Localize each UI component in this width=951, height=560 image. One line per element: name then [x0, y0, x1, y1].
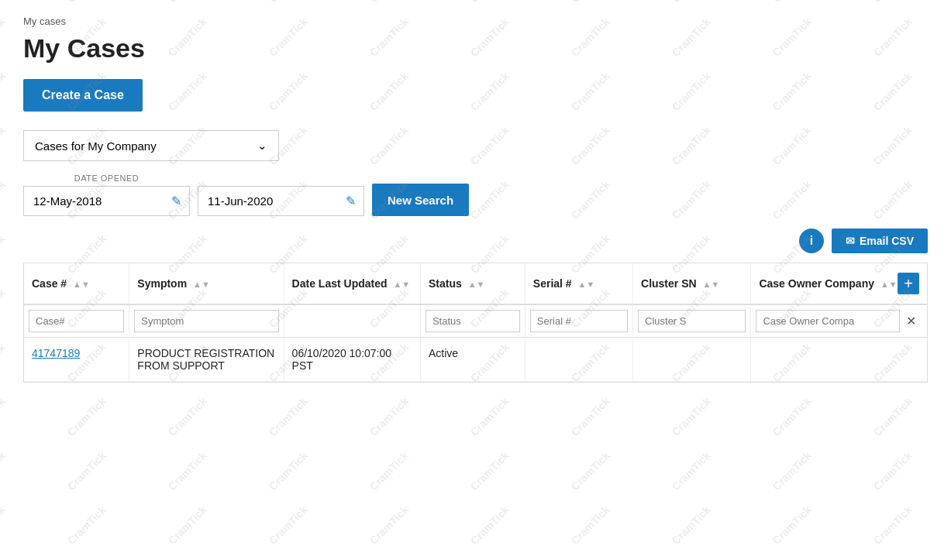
filter-cell-case-owner: ✕ — [751, 305, 927, 337]
cell-cluster-sn — [633, 338, 751, 382]
col-label-status: Status — [429, 277, 462, 290]
email-csv-button[interactable]: ✉ Email CSV — [832, 228, 928, 253]
cell-case-owner — [751, 338, 927, 382]
chevron-down-icon: ⌄ — [257, 139, 267, 153]
calendar-to-icon[interactable]: ✎ — [338, 187, 364, 215]
col-label-date-updated: Date Last Updated — [292, 277, 388, 290]
company-dropdown-value: Cases for My Company — [35, 139, 157, 153]
sort-icon-date-updated: ▲▼ — [393, 280, 410, 289]
filter-input-case-num[interactable] — [29, 310, 124, 332]
filter-cell-date-updated — [284, 304, 420, 338]
date-to-input[interactable] — [198, 187, 338, 215]
email-csv-label: Email CSV — [860, 235, 914, 247]
col-header-serial-num[interactable]: Serial # ▲▼ — [525, 263, 632, 304]
create-case-button[interactable]: Create a Case — [23, 79, 143, 112]
col-header-case-num[interactable]: Case # ▲▼ — [24, 263, 129, 304]
filter-input-status[interactable] — [426, 310, 520, 332]
add-column-button[interactable]: + — [898, 273, 919, 294]
case-num-link[interactable]: 41747189 — [32, 347, 80, 359]
company-dropdown[interactable]: Cases for My Company ⌄ — [23, 130, 279, 161]
cell-status: Active — [420, 338, 525, 382]
col-header-case-owner[interactable]: Case Owner Company ▲▼ + — [751, 263, 927, 304]
col-label-case-num: Case # — [32, 277, 67, 290]
cell-date-updated: 06/10/2020 10:07:00 PST — [284, 338, 420, 382]
col-header-symptom[interactable]: Symptom ▲▼ — [129, 263, 284, 304]
cell-symptom: PRODUCT REGISTRATION FROM SUPPORT — [129, 338, 284, 382]
sort-icon-status: ▲▼ — [468, 280, 485, 289]
filter-cell-case-num — [24, 304, 129, 338]
calendar-from-icon[interactable]: ✎ — [164, 187, 189, 215]
col-header-status[interactable]: Status ▲▼ — [420, 263, 525, 304]
filter-input-symptom[interactable] — [134, 310, 278, 332]
email-icon: ✉ — [846, 235, 855, 247]
col-header-date-updated[interactable]: Date Last Updated ▲▼ — [284, 263, 420, 304]
clear-filter-button[interactable]: ✕ — [900, 311, 922, 332]
date-from-input[interactable] — [24, 187, 164, 215]
cases-table: Case # ▲▼ Symptom ▲▼ Date Last Updated ▲… — [23, 263, 928, 383]
sort-icon-serial-num: ▲▼ — [578, 280, 595, 289]
filter-cell-serial-num — [525, 304, 632, 338]
sort-icon-case-owner: ▲▼ — [880, 280, 898, 289]
new-search-button[interactable]: New Search — [372, 184, 469, 216]
breadcrumb: My cases — [23, 15, 928, 27]
filter-input-case-owner[interactable] — [756, 310, 900, 332]
date-to-wrapper: ✎ — [198, 186, 364, 216]
sort-icon-cluster-sn: ▲▼ — [702, 280, 719, 289]
col-label-cluster-sn: Cluster SN — [641, 277, 697, 290]
cell-case-num: 41747189 — [24, 338, 129, 382]
date-from-wrapper: ✎ — [23, 186, 190, 216]
col-label-case-owner: Case Owner Company — [759, 277, 874, 290]
filter-cell-cluster-sn — [633, 304, 751, 338]
col-header-cluster-sn[interactable]: Cluster SN ▲▼ — [633, 263, 751, 304]
filter-input-cluster-sn[interactable] — [638, 310, 746, 332]
info-icon[interactable]: i — [799, 228, 824, 253]
sort-icon-symptom: ▲▼ — [193, 280, 210, 289]
filter-input-serial-num[interactable] — [530, 310, 628, 332]
col-label-serial-num: Serial # — [533, 277, 572, 290]
filter-cell-symptom — [129, 304, 284, 338]
col-label-symptom: Symptom — [137, 277, 187, 290]
filter-cell-status — [420, 304, 525, 338]
page-title: My Cases — [23, 33, 928, 64]
date-opened-label: DATE OPENED — [23, 173, 190, 183]
sort-icon-case-num: ▲▼ — [73, 280, 90, 289]
cell-serial-num — [525, 338, 632, 382]
table-row: 41747189 PRODUCT REGISTRATION FROM SUPPO… — [24, 338, 927, 382]
